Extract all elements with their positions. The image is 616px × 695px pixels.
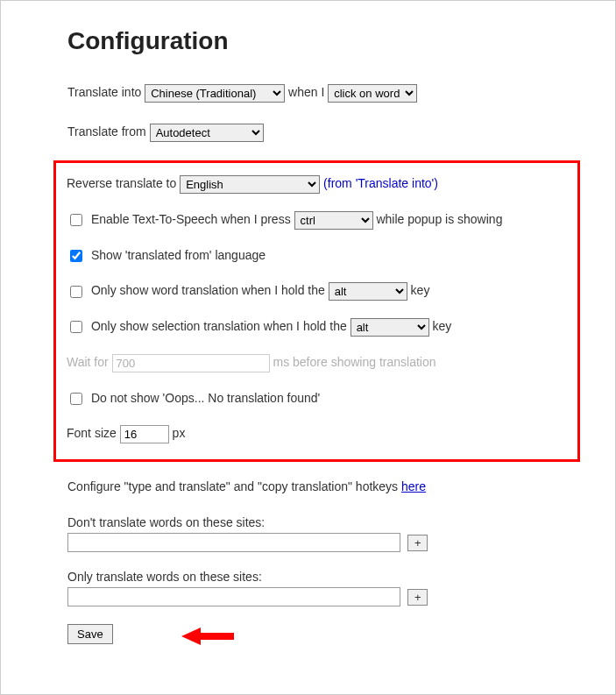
dont-translate-sites-group: Don't translate words on these sites: +	[67, 515, 589, 552]
fontsize-label-after: px	[173, 426, 186, 440]
show-translated-from-checkbox[interactable]	[70, 250, 82, 262]
only-word-checkbox[interactable]	[70, 286, 82, 298]
reverse-translate-note: (from 'Translate into')	[323, 176, 438, 190]
page-title: Configuration	[67, 27, 589, 55]
only-word-row: Only show word translation when I hold t…	[67, 280, 567, 301]
show-translated-from-row: Show 'translated from' language	[67, 245, 567, 265]
hotkeys-row: Configure "type and translate" and "copy…	[67, 476, 589, 498]
only-selection-label-before: Only show selection translation when I h…	[91, 319, 347, 333]
when-i-label: when I	[288, 85, 324, 99]
reverse-translate-label: Reverse translate to	[67, 176, 176, 190]
only-selection-label-after: key	[433, 319, 452, 333]
dont-translate-input[interactable]	[67, 533, 400, 552]
translate-into-label: Translate into	[67, 85, 141, 99]
hotkeys-text: Configure "type and translate" and "copy…	[67, 479, 401, 493]
tts-label-after: while popup is showing	[376, 212, 502, 226]
dont-translate-add-button[interactable]: +	[407, 535, 428, 551]
show-translated-from-label: Show 'translated from' language	[91, 248, 266, 262]
config-panel: Configuration Translate into Chinese (Tr…	[0, 0, 616, 695]
translate-from-select[interactable]: Autodetect	[150, 124, 264, 142]
only-selection-key-select[interactable]: alt	[350, 318, 429, 337]
only-translate-input[interactable]	[67, 587, 400, 606]
only-selection-row: Only show selection translation when I h…	[67, 316, 567, 337]
reverse-translate-select[interactable]: English	[180, 175, 320, 194]
wait-input[interactable]	[112, 354, 270, 372]
fontsize-row: Font size px	[67, 423, 567, 443]
tts-key-select[interactable]: ctrl	[294, 211, 373, 230]
no-oops-checkbox[interactable]	[70, 393, 82, 405]
arrow-annotation-icon	[181, 626, 234, 647]
translate-from-label: Translate from	[67, 124, 146, 138]
tts-label-before: Enable Text-To-Speech when I press	[91, 212, 291, 226]
translate-from-row: Translate from Autodetect	[67, 121, 589, 143]
dont-translate-label: Don't translate words on these sites:	[67, 515, 589, 529]
tts-checkbox[interactable]	[70, 214, 82, 226]
highlighted-options-group: Reverse translate to English (from 'Tran…	[53, 160, 580, 462]
fontsize-label-before: Font size	[67, 426, 117, 440]
only-translate-label: Only translate words on these sites:	[67, 570, 589, 584]
only-word-label-before: Only show word translation when I hold t…	[91, 283, 325, 297]
translate-into-row: Translate into Chinese (Traditional) whe…	[67, 82, 589, 103]
wait-label-before: Wait for	[67, 355, 109, 369]
fontsize-input[interactable]	[120, 425, 169, 443]
only-translate-add-button[interactable]: +	[407, 589, 428, 606]
wait-row: Wait for ms before showing translation	[67, 352, 567, 372]
save-row: Save	[67, 624, 589, 644]
reverse-translate-row: Reverse translate to English (from 'Tran…	[67, 174, 567, 194]
wait-label-after: ms before showing translation	[273, 355, 436, 369]
only-translate-sites-group: Only translate words on these sites: +	[67, 570, 589, 606]
only-word-label-after: key	[411, 283, 430, 297]
no-oops-row: Do not show 'Oops... No translation foun…	[67, 388, 567, 408]
tts-row: Enable Text-To-Speech when I press ctrl …	[67, 209, 567, 230]
translate-into-select[interactable]: Chinese (Traditional)	[145, 84, 285, 103]
no-oops-label: Do not show 'Oops... No translation foun…	[91, 391, 320, 405]
trigger-select[interactable]: click on word	[328, 84, 417, 103]
save-button[interactable]: Save	[67, 624, 113, 644]
hotkeys-link[interactable]: here	[401, 479, 426, 493]
only-word-key-select[interactable]: alt	[329, 282, 407, 301]
only-selection-checkbox[interactable]	[70, 321, 82, 333]
